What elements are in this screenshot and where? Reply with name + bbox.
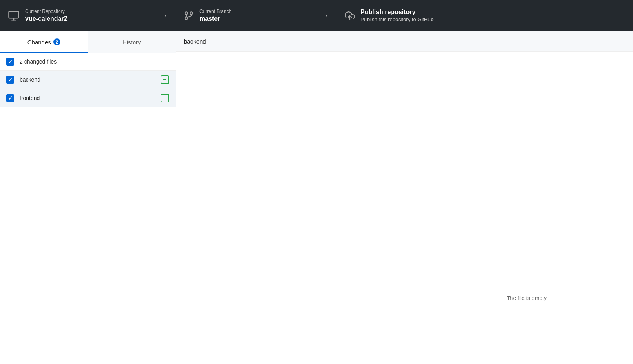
monitor-icon [8,10,20,22]
branch-icon [184,11,194,21]
file-row-backend[interactable]: ✓ backend + [0,71,176,89]
current-repo-button[interactable]: Current Repository vue-calendar2 ▼ [0,0,176,31]
checkmark-icon: ✓ [8,59,13,65]
publish-info: Publish repository Publish this reposito… [360,9,625,22]
publish-title: Publish repository [360,9,625,16]
frontend-filename: frontend [20,95,161,101]
branch-label: Current Branch [199,9,321,14]
sidebar: Changes 2 History ✓ 2 changed files ✓ ba… [0,31,176,364]
content-filename: backend [184,38,206,45]
tab-changes-label: Changes [27,39,51,46]
frontend-checkbox[interactable]: ✓ [6,94,14,102]
content-area: backend The file is empty [176,31,633,364]
branch-chevron-icon: ▼ [325,13,329,18]
tab-changes[interactable]: Changes 2 [0,31,88,53]
content-body: The file is empty [176,52,633,364]
tab-history[interactable]: History [88,31,176,53]
svg-rect-0 [9,11,19,18]
checkmark-icon: ✓ [8,95,13,101]
repo-name: vue-calendar2 [25,15,160,22]
branch-info: Current Branch master [199,9,321,22]
backend-filename: backend [20,76,161,83]
backend-added-icon: + [161,75,169,84]
toolbar: Current Repository vue-calendar2 ▼ Curre… [0,0,633,31]
branch-name: master [199,15,321,22]
repo-label: Current Repository [25,9,160,14]
tab-changes-badge: 2 [53,38,60,46]
repo-chevron-icon: ▼ [164,13,168,18]
checkmark-icon: ✓ [8,77,13,83]
main-layout: Changes 2 History ✓ 2 changed files ✓ ba… [0,31,633,364]
publish-repository-button[interactable]: Publish repository Publish this reposito… [337,0,633,31]
file-row-frontend[interactable]: ✓ frontend + [0,89,176,107]
changed-files-row[interactable]: ✓ 2 changed files [0,53,176,71]
content-header: backend [176,31,633,52]
tab-history-label: History [123,39,141,46]
upload-icon [345,11,355,21]
frontend-added-icon: + [161,94,169,102]
changed-files-label: 2 changed files [20,58,57,65]
select-all-checkbox[interactable]: ✓ [6,58,14,66]
current-branch-button[interactable]: Current Branch master ▼ [176,0,337,31]
sidebar-tabs: Changes 2 History [0,31,176,53]
backend-checkbox[interactable]: ✓ [6,76,14,84]
repo-info: Current Repository vue-calendar2 [25,9,160,22]
file-empty-message: The file is empty [507,295,547,301]
publish-desc: Publish this repository to GitHub [360,16,625,22]
